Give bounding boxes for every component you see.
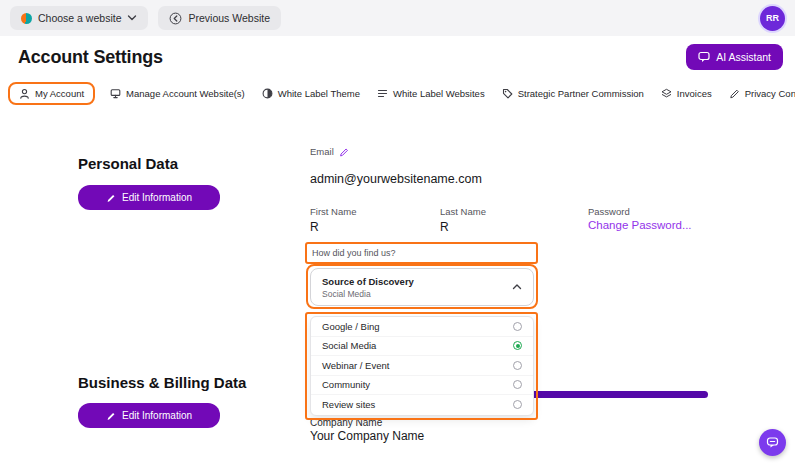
personal-data-heading: Personal Data [78,155,178,172]
discovery-options-panel: Google / Bing Social Media Webinar / Eve… [310,316,534,416]
radio-unselected[interactable] [513,361,522,370]
email-value: admin@yourwebsitename.com [310,172,482,186]
select-text: Source of Discovery Social Media [322,276,414,299]
tab-label: Invoices [677,88,712,99]
option-label: Social Media [322,340,376,351]
find-us-label: How did you find us? [312,248,396,258]
option-label: Community [322,379,370,390]
option-google-bing[interactable]: Google / Bing [311,317,533,337]
change-password-link[interactable]: Change Password... [588,219,692,231]
last-name-value: R [440,220,449,234]
page-title: Account Settings [18,47,163,68]
option-label: Google / Bing [322,321,380,332]
first-name-value: R [310,220,319,234]
half-circle-icon [262,88,273,99]
page-header: Account Settings AI Assistant [18,44,783,70]
tab-privacy-consents[interactable]: Privacy Consents [727,83,795,104]
edit-business-info-button[interactable]: Edit Information [78,403,220,428]
previous-website-label: Previous Website [188,12,270,24]
chevron-down-icon [127,13,137,23]
tab-bar: My Account Manage Account Website(s) Whi… [8,82,795,105]
tab-manage-account-websites[interactable]: Manage Account Website(s) [108,83,247,104]
edit-personal-info-label: Edit Information [122,192,192,203]
pencil-icon [106,193,116,203]
choose-website-dropdown[interactable]: Choose a website [10,6,148,30]
tab-my-account[interactable]: My Account [8,82,95,105]
company-name-label: Company Name [310,417,382,428]
previous-website-button[interactable]: Previous Website [158,6,281,30]
radio-selected[interactable] [513,341,522,350]
email-label-row: Email [310,146,349,157]
select-title: Source of Discovery [322,276,414,287]
option-review-sites[interactable]: Review sites [311,395,533,415]
option-label: Review sites [322,399,375,410]
tab-invoices[interactable]: Invoices [659,83,714,104]
tab-label: White Label Websites [393,88,485,99]
edit-business-info-label: Edit Information [122,410,192,421]
radio-unselected[interactable] [513,400,522,409]
password-label: Password [588,206,630,217]
list-icon [377,88,388,99]
account-settings-page: Choose a website Previous Website RR Acc… [0,0,795,464]
tab-label: My Account [35,88,84,99]
back-arrow-icon [169,12,182,25]
ai-assistant-button[interactable]: AI Assistant [686,44,783,70]
tag-icon [502,88,513,99]
company-name-value: Your Company Name [310,429,424,443]
monitor-icon [110,88,121,99]
radio-unselected[interactable] [513,380,522,389]
tab-strategic-partner-commission[interactable]: Strategic Partner Commission [500,83,646,104]
ai-assistant-label: AI Assistant [716,51,771,63]
site-logo-icon [21,13,32,24]
select-selected-value: Social Media [322,289,414,299]
pencil-icon [729,88,740,99]
invoices-icon [661,88,672,99]
business-billing-heading: Business & Billing Data [78,374,246,391]
option-label: Webinar / Event [322,360,389,371]
edit-email-icon[interactable] [339,147,349,157]
edit-personal-info-button[interactable]: Edit Information [78,185,220,210]
email-label: Email [310,146,334,157]
tab-white-label-theme[interactable]: White Label Theme [260,83,362,104]
avatar[interactable]: RR [760,6,785,31]
user-icon [19,88,30,99]
tab-label: Strategic Partner Commission [518,88,644,99]
avatar-initials: RR [766,13,779,23]
chevron-up-icon [512,282,522,292]
chat-bubble-icon [766,436,779,449]
option-community[interactable]: Community [311,376,533,396]
option-social-media[interactable]: Social Media [311,337,533,357]
chat-icon [698,51,710,63]
option-webinar-event[interactable]: Webinar / Event [311,356,533,376]
radio-unselected[interactable] [513,322,522,331]
tab-label: Manage Account Website(s) [126,88,245,99]
topbar: Choose a website Previous Website RR [0,0,795,36]
first-name-label: First Name [310,206,356,217]
source-of-discovery-select[interactable]: Source of Discovery Social Media [310,268,534,306]
tab-label: White Label Theme [278,88,360,99]
tab-label: Privacy Consents [745,88,795,99]
choose-website-label: Choose a website [38,12,121,24]
tab-white-label-websites[interactable]: White Label Websites [375,83,487,104]
chat-fab-button[interactable] [759,429,786,456]
last-name-label: Last Name [440,206,486,217]
pencil-icon [106,411,116,421]
